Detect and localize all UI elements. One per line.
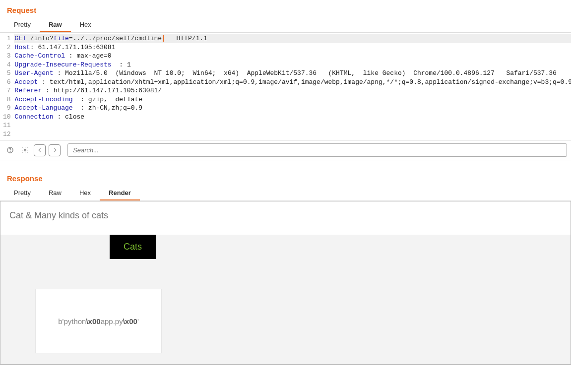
request-tabs: Pretty Raw Hex: [0, 17, 571, 33]
card-esc1: \x00: [86, 317, 100, 326]
tab-pretty-resp[interactable]: Pretty: [5, 186, 40, 200]
request-title: Request: [0, 0, 571, 17]
card-suffix: ': [137, 317, 139, 326]
card-prefix: b'python: [58, 317, 86, 326]
request-code[interactable]: GET /info?file=../../proc/self/cmdline H…: [14, 33, 571, 140]
tab-raw[interactable]: Raw: [40, 17, 71, 32]
tab-render-resp[interactable]: Render: [100, 186, 140, 200]
response-title: Response: [0, 160, 571, 186]
card-after: app.py: [101, 317, 123, 326]
line-number-gutter: 123456789101112: [0, 33, 14, 140]
card-text: b'python\x00app.py\x00': [58, 317, 139, 326]
editor-toolbar: [0, 140, 571, 160]
arrow-right-icon[interactable]: [49, 144, 61, 156]
result-card: b'python\x00app.py\x00': [35, 289, 162, 353]
code-line[interactable]: GET /info?file=../../proc/self/cmdline H…: [14, 34, 571, 43]
help-icon[interactable]: [4, 144, 16, 156]
card-esc2: \x00: [123, 317, 137, 326]
search-input[interactable]: [67, 143, 567, 157]
cats-button[interactable]: Cats: [110, 235, 156, 259]
search-box: [67, 143, 567, 157]
svg-point-1: [10, 151, 10, 152]
request-editor[interactable]: 123456789101112 GET /info?file=../../pro…: [0, 33, 571, 140]
code-line[interactable]: User-Agent : Mozilla/5.0 (Windows NT 10.…: [14, 69, 571, 78]
tab-hex-resp[interactable]: Hex: [70, 186, 100, 200]
code-line[interactable]: Accept-Language : zh-CN,zh;q=0.9: [14, 104, 571, 113]
code-line[interactable]: Host: 61.147.171.105:63081: [14, 43, 571, 52]
code-line[interactable]: Cache-Control : max-age=0: [14, 52, 571, 61]
render-heading: Cat & Many kinds of cats: [0, 201, 571, 235]
code-line[interactable]: [14, 121, 571, 130]
response-render-area[interactable]: Cat & Many kinds of cats Cats b'python\x…: [0, 201, 571, 365]
code-line[interactable]: [14, 130, 571, 139]
arrow-left-icon[interactable]: [34, 144, 46, 156]
svg-point-2: [24, 149, 26, 151]
code-line[interactable]: Referer : http://61.147.171.105:63081/: [14, 86, 571, 95]
code-line[interactable]: Accept : text/html,application/xhtml+xml…: [14, 78, 571, 87]
tab-pretty[interactable]: Pretty: [5, 17, 40, 32]
response-tabs: Pretty Raw Hex Render: [0, 186, 571, 201]
code-line[interactable]: Connection : close: [14, 113, 571, 122]
gear-icon[interactable]: [19, 144, 31, 156]
tab-hex[interactable]: Hex: [71, 17, 100, 32]
code-line[interactable]: Accept-Encoding : gzip, deflate: [14, 95, 571, 104]
tab-raw-resp[interactable]: Raw: [40, 186, 70, 200]
code-line[interactable]: Upgrade-Insecure-Requests : 1: [14, 61, 571, 69]
response-panel: Response Pretty Raw Hex Render Cat & Man…: [0, 160, 571, 365]
request-panel: Request Pretty Raw Hex 123456789101112 G…: [0, 0, 571, 140]
